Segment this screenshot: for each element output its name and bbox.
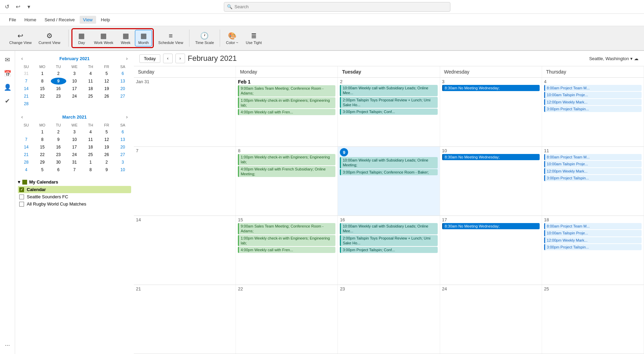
search-box[interactable]: 🔍 <box>224 2 450 12</box>
mini-cal-day[interactable]: 18 <box>83 85 98 92</box>
mini-cal-day[interactable]: 31 <box>67 159 82 166</box>
mini-cal-day[interactable]: 6 <box>115 129 130 135</box>
mini-cal-day[interactable]: 11 <box>83 136 98 143</box>
calendar-event[interactable]: 3:00pm Project Tailspin... <box>544 106 642 112</box>
mini-cal-day[interactable] <box>19 129 34 135</box>
mini-cal-day[interactable]: 9 <box>99 166 114 173</box>
cal-day[interactable]: 24 <box>440 285 542 354</box>
calendar-event[interactable]: 8:30am No Meeting Wednesday; <box>442 85 540 91</box>
cal-day[interactable]: 1610:00am Weekly call with Subsidiary Le… <box>338 216 440 285</box>
mini-cal-day[interactable]: 10 <box>67 78 82 85</box>
nav-tasks[interactable]: ✔ <box>1 95 14 107</box>
mini-cal-day[interactable]: 1 <box>35 129 50 135</box>
calendar-event[interactable]: 8:00am Project Team M... <box>544 223 642 229</box>
calendar-item-sounders[interactable]: Seattle Sounders FC <box>18 193 131 200</box>
nav-mail[interactable]: ✉ <box>1 54 14 66</box>
cal-day[interactable]: 210:00am Weekly call with Subsidiary Lea… <box>338 78 440 146</box>
mini-cal-day[interactable]: 19 <box>99 144 114 151</box>
menu-help[interactable]: Help <box>97 16 114 24</box>
calendar-event[interactable]: 8:30am No Meeting Wednesday; <box>442 154 540 160</box>
mini-cal-day[interactable]: 7 <box>67 166 82 173</box>
cal-day[interactable]: 7 <box>134 147 236 215</box>
cal-day[interactable]: 25 <box>542 285 644 354</box>
mini-cal-day[interactable] <box>51 100 66 107</box>
month-view-button[interactable]: ▦ Month <box>135 30 152 46</box>
today-button[interactable]: Today <box>139 54 160 63</box>
work-week-view-button[interactable]: ▦ Work Week <box>91 30 116 46</box>
mini-cal-day[interactable]: 9 <box>51 78 66 85</box>
calendar-checkbox-rugby[interactable] <box>19 202 24 207</box>
calendar-event[interactable]: 9:00am Sales Team Meeting; Conference Ro… <box>238 85 335 97</box>
calendar-event[interactable]: 1:00pm Weekly check-in with Engineers; E… <box>238 154 335 165</box>
mini-cal-day[interactable]: 3 <box>67 129 82 135</box>
mini-cal-day[interactable] <box>35 100 50 107</box>
cal-day[interactable]: Feb 19:00am Sales Team Meeting; Conferen… <box>236 78 338 146</box>
mini-cal-next[interactable]: › <box>124 55 130 62</box>
menu-file[interactable]: File <box>5 16 20 24</box>
use-tight-button[interactable]: ≣ Use Tight <box>243 30 265 46</box>
mini-cal-day[interactable]: 27 <box>115 151 130 158</box>
refresh-icon[interactable]: ↺ <box>3 3 11 11</box>
mini-cal-day[interactable]: 5 <box>99 70 114 77</box>
calendar-event[interactable]: 8:00am Project Team M... <box>544 85 642 91</box>
mini-cal-day[interactable]: 15 <box>35 144 50 151</box>
mini-cal-day[interactable]: 4 <box>83 70 98 77</box>
calendar-event[interactable]: 8:30am No Meeting Wednesday; <box>442 223 540 229</box>
mini-cal-day[interactable]: 27 <box>115 93 130 100</box>
calendar-event[interactable]: 9:00am Sales Team Meeting; Conference Ro… <box>238 223 335 234</box>
mini-cal-day[interactable]: 14 <box>19 85 34 92</box>
calendar-event[interactable]: 8:00am Project Team M... <box>544 154 642 160</box>
cal-day[interactable]: 22 <box>236 285 338 354</box>
next-month-button[interactable]: › <box>175 54 185 63</box>
mini-cal-day[interactable]: 20 <box>115 85 130 92</box>
calendar-checkbox-main[interactable]: ✓ <box>19 187 24 192</box>
mini-cal-day[interactable]: 4 <box>19 166 34 173</box>
mini-cal-day[interactable]: 14 <box>19 144 34 151</box>
mini-cal-mar-next[interactable]: › <box>124 113 130 120</box>
calendar-event[interactable]: 2:00pm Tailspin Toys Proposal Review + L… <box>340 97 437 108</box>
cal-day[interactable]: 910:00am Weekly call with Subsidiary Lea… <box>338 147 440 215</box>
mini-cal-day[interactable]: 17 <box>67 85 82 92</box>
mini-cal-mar-prev[interactable]: ‹ <box>19 113 25 120</box>
menu-view[interactable]: View <box>80 16 96 24</box>
mini-cal-day[interactable]: 2 <box>51 70 66 77</box>
mini-cal-day[interactable]: 6 <box>51 166 66 173</box>
mini-cal-day[interactable]: 21 <box>19 151 34 158</box>
cal-day[interactable]: 108:30am No Meeting Wednesday; <box>440 147 542 215</box>
cal-day[interactable]: 188:00am Project Team M...10:00am Tailsp… <box>542 216 644 285</box>
mini-cal-day[interactable]: 12 <box>99 78 114 85</box>
location-selector[interactable]: Seattle, Washington ▾ ☁ <box>589 56 639 61</box>
calendar-item-main[interactable]: ✓ Calendar <box>18 186 131 193</box>
day-view-button[interactable]: ▦ Day <box>73 30 90 46</box>
prev-month-button[interactable]: ‹ <box>163 54 173 63</box>
mini-cal-day[interactable]: 26 <box>99 93 114 100</box>
mini-cal-day[interactable]: 9 <box>51 136 66 143</box>
mini-cal-day[interactable]: 22 <box>35 151 50 158</box>
mini-cal-day[interactable]: 6 <box>115 70 130 77</box>
mini-cal-day[interactable]: 24 <box>67 93 82 100</box>
calendar-event[interactable]: 10:00am Tailspin Proje... <box>544 161 642 167</box>
mini-cal-day[interactable]: 16 <box>51 85 66 92</box>
mini-cal-day[interactable]: 13 <box>115 78 130 85</box>
mini-cal-day[interactable]: 25 <box>83 151 98 158</box>
color-button[interactable]: 🎨 Color ~ <box>223 30 241 46</box>
cal-day[interactable]: 81:00pm Weekly check-in with Engineers; … <box>236 147 338 215</box>
mini-cal-day[interactable]: 17 <box>67 144 82 151</box>
mini-cal-day[interactable]: 28 <box>19 100 34 107</box>
current-view-button[interactable]: ⚙ Current View <box>35 30 63 46</box>
mini-cal-day[interactable]: 31 <box>19 70 34 77</box>
mini-cal-day[interactable]: 18 <box>83 144 98 151</box>
mini-cal-day[interactable]: 2 <box>99 159 114 166</box>
calendar-event[interactable]: 4:00pm Weekly call with Fren... <box>238 109 335 115</box>
calendar-event[interactable]: 4:00pm Weekly call with French Subsidiar… <box>238 166 335 177</box>
calendar-event[interactable]: 12:00pm Weekly Mark... <box>544 99 642 105</box>
mini-cal-day[interactable]: 1 <box>83 159 98 166</box>
calendar-event[interactable]: 10:00am Weekly call with Subsidiary Lead… <box>340 85 437 96</box>
cal-day[interactable]: Jan 31 <box>134 78 236 146</box>
cal-day[interactable]: 48:00am Project Team M...10:00am Tailspi… <box>542 78 644 146</box>
mini-cal-day[interactable]: 26 <box>99 151 114 158</box>
mini-cal-day[interactable]: 30 <box>51 159 66 166</box>
calendar-event[interactable]: 10:00am Weekly call with Subsidiary Lead… <box>340 157 437 168</box>
mini-cal-day[interactable]: 7 <box>19 136 34 143</box>
nav-more[interactable]: ··· <box>1 339 14 351</box>
